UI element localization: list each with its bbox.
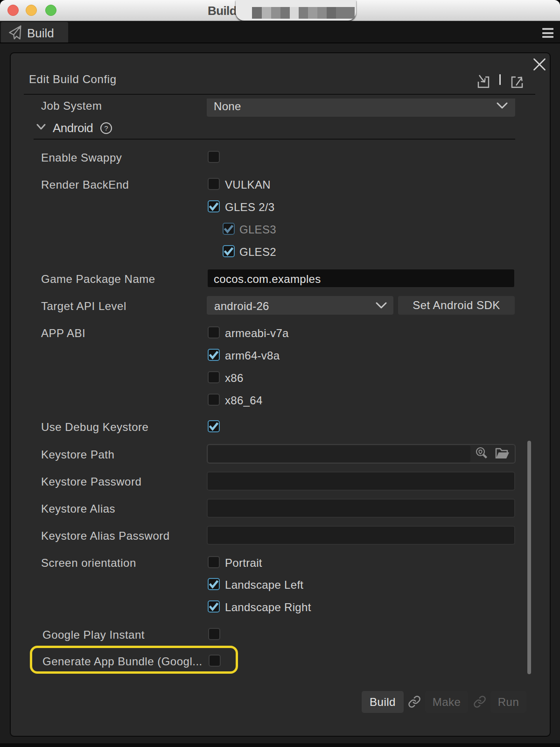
svg-text:?: ?	[104, 124, 108, 132]
